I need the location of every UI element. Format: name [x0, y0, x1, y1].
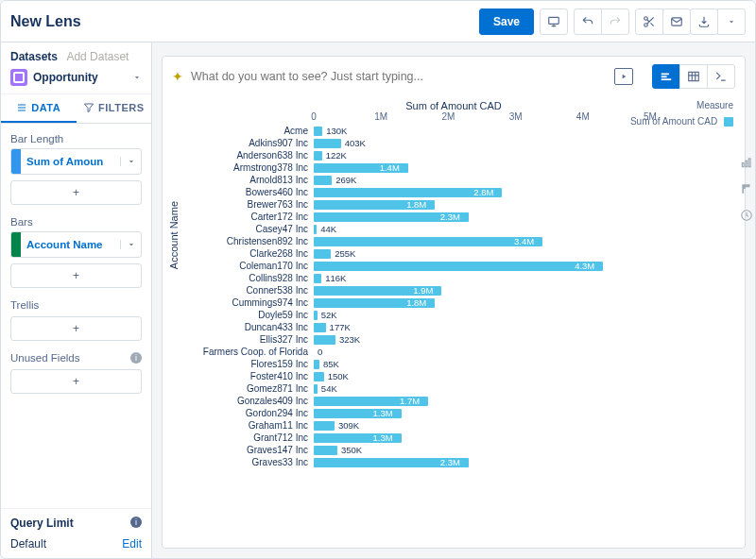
bar-value: 269K [335, 175, 356, 185]
chart-bar[interactable]: Foster410 Inc150K [172, 370, 735, 382]
group-pill[interactable]: Account Name [10, 231, 142, 258]
chart-bar[interactable]: Bowers460 Inc2.8M [172, 186, 735, 198]
bar-value: 1.8M [406, 297, 426, 308]
dataset-menu[interactable] [132, 73, 142, 82]
add-trellis-button[interactable]: + [10, 316, 142, 341]
chart-bar[interactable]: Clarke268 Inc255K [172, 247, 735, 260]
bar-label: Brewer763 Inc [172, 199, 314, 210]
bar-label: Arnold813 Inc [172, 175, 314, 185]
chart-bar[interactable]: Flores159 Inc85K [172, 358, 735, 370]
info-icon[interactable]: i [130, 517, 142, 528]
cut-button[interactable] [635, 8, 663, 35]
chart-bar[interactable]: Carter172 Inc2.3M [172, 211, 735, 223]
present-button[interactable] [540, 8, 568, 35]
chart-bar[interactable]: Brewer763 Inc1.8M [172, 198, 735, 211]
tab-data[interactable]: DATA [1, 94, 77, 123]
chart-bar[interactable]: Gonzales409 Inc1.7M [172, 395, 735, 407]
list-icon [16, 102, 27, 113]
chart-options-button[interactable] [736, 156, 756, 169]
add-measure-button[interactable]: + [10, 180, 142, 205]
chart-bar[interactable]: Armstrong378 Inc1.4M [172, 161, 735, 174]
chevron-down-icon [727, 17, 736, 26]
share-button[interactable] [662, 8, 691, 35]
undo-button[interactable] [574, 8, 602, 35]
info-icon[interactable]: i [130, 352, 142, 364]
table-icon [687, 70, 700, 83]
chart-bar[interactable]: Arnold813 Inc269K [172, 174, 735, 186]
chart-bar[interactable]: Coleman170 Inc4.3M [172, 260, 735, 272]
bar-label: Gomez871 Inc [172, 383, 314, 394]
measure-pill[interactable]: Sum of Amoun [10, 148, 142, 175]
bar-value: 130K [326, 126, 347, 136]
more-button[interactable] [717, 8, 746, 35]
tab-filters[interactable]: FILTERS [77, 94, 152, 123]
chart-mode-button[interactable] [652, 64, 680, 89]
download-button[interactable] [690, 8, 718, 35]
chart-bar[interactable]: Gomez871 Inc54K [172, 382, 735, 395]
bar-value: 1.3M [373, 408, 393, 418]
chart-bar[interactable]: Adkins907 Inc403K [172, 137, 735, 149]
bar-value: 350K [341, 445, 362, 455]
run-query-button[interactable] [614, 68, 633, 85]
present-icon [547, 15, 560, 28]
axis-tick: 3M [509, 111, 523, 122]
chart-bar[interactable]: Conner538 Inc1.9M [172, 284, 735, 296]
saql-mode-button[interactable] [707, 64, 735, 89]
chart-bar[interactable]: Christensen892 Inc3.4M [172, 235, 735, 247]
add-group-button[interactable]: + [10, 263, 142, 288]
terminal-icon [714, 70, 728, 83]
bar-label: Graves147 Inc [172, 445, 314, 455]
bar-rect [314, 360, 319, 369]
axis-tick: 0 [311, 111, 317, 122]
bar-rect [314, 311, 318, 320]
right-rail [736, 156, 756, 222]
bar-label: Acme [172, 126, 314, 136]
format-button[interactable] [736, 182, 756, 195]
chart-bar[interactable]: Farmers Coop. of Florida0 [172, 346, 735, 358]
chart-bar[interactable]: Gordon294 Inc1.3M [172, 407, 735, 419]
save-button[interactable]: Save [479, 8, 534, 35]
add-dataset-link[interactable]: Add Dataset [66, 50, 129, 63]
chart-bar[interactable]: Acme130K [172, 125, 735, 137]
bar-rect [314, 421, 335, 431]
chart-bar[interactable]: Grant712 Inc1.3M [172, 432, 735, 444]
chart-bar[interactable]: Anderson638 Inc122K [172, 149, 735, 161]
chart-bar[interactable]: Graves147 Inc350K [172, 444, 735, 456]
chart-bar[interactable]: Graves33 Inc2.3M [172, 456, 735, 468]
axis-tick: 5M [644, 111, 657, 122]
app-header: New Lens Save [1, 1, 755, 42]
chart-bar[interactable]: Doyle59 Inc52K [172, 309, 735, 321]
datasets-label: Datasets [10, 50, 58, 63]
x-axis: 01M2M3M4M5M [314, 111, 650, 125]
bar-label: Grant712 Inc [172, 432, 314, 443]
history-button[interactable] [736, 209, 756, 222]
chart-bar[interactable]: Graham11 Inc309K [172, 419, 735, 432]
measure-dropdown[interactable] [120, 157, 141, 166]
drag-handle-icon[interactable] [11, 149, 21, 174]
chevron-down-icon [127, 157, 136, 166]
chart-bar[interactable]: Casey47 Inc44K [172, 223, 735, 235]
dataset-name[interactable]: Opportunity [33, 71, 98, 84]
bar-rect [314, 249, 331, 259]
table-mode-button[interactable] [679, 64, 708, 89]
drag-handle-icon[interactable] [11, 232, 21, 257]
bar-value: 122K [326, 150, 347, 161]
bar-rect [314, 139, 341, 148]
chart-bar[interactable]: Duncan433 Inc177K [172, 321, 735, 333]
redo-button[interactable] [601, 8, 629, 35]
chart-bar[interactable]: Collins928 Inc116K [172, 272, 735, 284]
add-unused-button[interactable]: + [10, 369, 142, 394]
nlq-input[interactable] [191, 70, 607, 83]
svg-rect-8 [662, 76, 667, 77]
bar-chart-icon [660, 70, 673, 83]
chart-bar[interactable]: Cummings974 Inc1.8M [172, 296, 735, 309]
svg-rect-7 [662, 74, 669, 76]
svg-rect-17 [748, 159, 750, 167]
bar-value: 150K [328, 371, 349, 381]
bar-value: 44K [320, 224, 336, 234]
group-dropdown[interactable] [120, 240, 141, 249]
bar-label: Casey47 Inc [172, 224, 314, 234]
bar-rect [314, 274, 321, 283]
chart-bar[interactable]: Ellis327 Inc323K [172, 333, 735, 346]
edit-limit-link[interactable]: Edit [122, 537, 142, 551]
